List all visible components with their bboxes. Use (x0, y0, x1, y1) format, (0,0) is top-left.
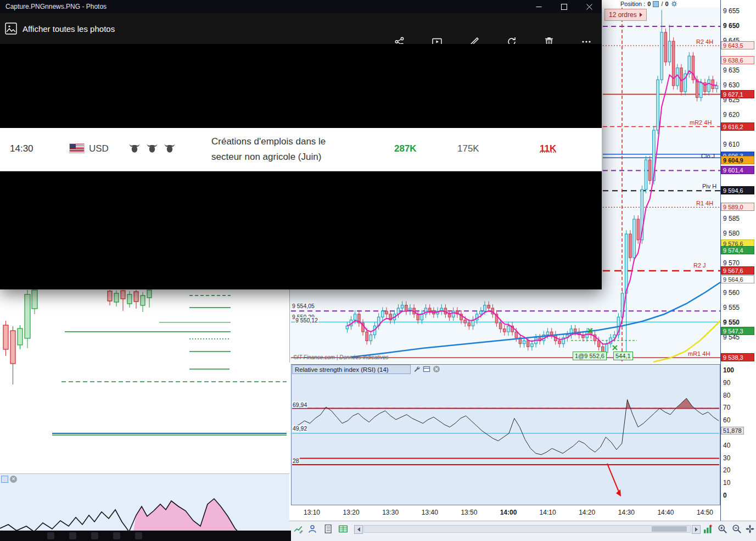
importance-bull-icon (128, 142, 141, 153)
close-panel-icon[interactable]: ✕ (10, 476, 17, 483)
scrollbar-thumb[interactable] (652, 526, 687, 532)
position-label: Position : (620, 1, 645, 7)
screen: 9 6559 6509 6459 6359 6309 6259 6209 610… (0, 0, 756, 541)
importance-rating (128, 142, 176, 153)
panel-thumb-icon[interactable] (1, 476, 8, 483)
event-actual: 287K (394, 143, 417, 154)
window-title: Capture.PNGnnews.PNG - Photos (5, 3, 107, 10)
economic-calendar-row: 14:30 USD Créations d'emplois dans le se… (0, 128, 602, 171)
us-flag-icon (70, 144, 84, 153)
left-lower-panel-header: ✕ (1, 476, 17, 483)
close-button[interactable] (576, 0, 602, 13)
chart-scrollbar[interactable] (363, 525, 691, 533)
event-forecast: 175K (457, 143, 479, 154)
pan-icon[interactable] (745, 524, 755, 534)
event-name: Créations d'emplois dans le secteur non … (211, 134, 350, 165)
position-bar: Position : 0 / 0 (602, 0, 720, 8)
close-icon[interactable] (433, 365, 440, 373)
photos-toolbar: Afficher toutes les photos (0, 13, 602, 44)
position-separator: / (661, 1, 663, 7)
importance-bull-icon (145, 142, 159, 153)
orders-badge[interactable]: 12 ordres (604, 9, 647, 21)
wrench-icon[interactable] (413, 365, 421, 373)
taskbar-app-icon[interactable] (113, 532, 120, 539)
rsi-title-bar[interactable]: Relative strength index (RSI) (14) (292, 365, 411, 374)
orders-badge-label: 12 ordres (609, 11, 637, 19)
taskbar-app-icon[interactable] (135, 532, 142, 539)
chevron-right-icon (640, 13, 642, 17)
scroll-left-button[interactable] (354, 525, 363, 534)
importance-bull-icon (163, 142, 176, 153)
position-doc-ic[interactable] (653, 1, 659, 7)
maximize-button[interactable] (551, 0, 576, 13)
panel-layout-icon[interactable] (423, 365, 430, 373)
window-controls (526, 0, 602, 13)
gear-icon[interactable] (671, 1, 677, 7)
see-all-photos-button[interactable]: Afficher toutes les photos (23, 24, 115, 34)
event-time: 14:30 (10, 143, 33, 154)
windows-taskbar[interactable] (0, 531, 291, 541)
photos-app-icon (5, 23, 17, 35)
event-previous[interactable]: 11K (540, 143, 556, 154)
event-currency: USD (89, 143, 109, 154)
rsi-panel[interactable] (291, 364, 720, 505)
table-tool-icon[interactable] (338, 524, 348, 534)
add-chart-icon[interactable] (703, 524, 713, 534)
draw-tool-icon[interactable] (294, 524, 304, 534)
watermark: ©IT-Finance.com | Données indicatives (293, 354, 389, 360)
minimize-button[interactable] (526, 0, 551, 13)
zoom-in-icon[interactable] (718, 524, 727, 534)
time-axis (289, 505, 720, 521)
indicator-tool-icon[interactable] (307, 524, 317, 534)
rsi-title-icons (413, 365, 440, 373)
position-value-2: 0 (665, 1, 668, 7)
scroll-right-button[interactable] (692, 525, 701, 534)
position-value: 0 (647, 1, 651, 7)
zoom-out-icon[interactable] (732, 524, 742, 534)
photos-window: Capture.PNGnnews.PNG - Photos Afficher t… (0, 0, 602, 289)
photos-title-bar[interactable]: Capture.PNGnnews.PNG - Photos (0, 0, 602, 13)
taskbar-app-icon[interactable] (69, 532, 76, 539)
price-axis[interactable] (720, 0, 756, 521)
taskbar-app-icon[interactable] (91, 532, 98, 539)
taskbar-app-icon[interactable] (47, 532, 54, 539)
rsi-title: Relative strength index (RSI) (14) (295, 366, 389, 373)
photo-viewer[interactable]: 14:30 USD Créations d'emplois dans le se… (0, 44, 602, 289)
page-tool-icon[interactable] (323, 524, 333, 534)
